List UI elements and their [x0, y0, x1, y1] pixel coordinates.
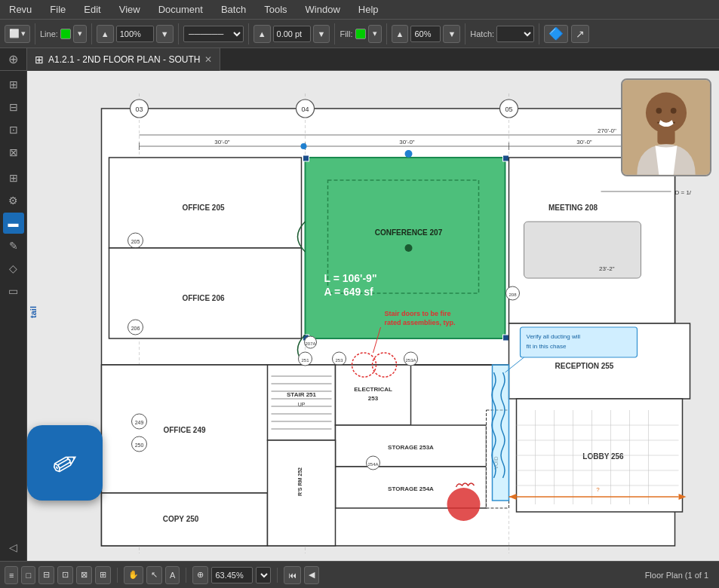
tab-bar: ⊕ ⊞ A1.2.1 - 2ND FLOOR PLAN - SOUTH ✕: [0, 48, 719, 71]
zoom-input[interactable]: [116, 26, 154, 42]
svg-text:?: ?: [596, 486, 600, 493]
svg-text:OFFICE 205: OFFICE 205: [182, 204, 225, 212]
sidebar-ruler-icon[interactable]: ▬: [3, 213, 24, 234]
main-layout: ⊞ ⊟ ⊡ ⊠ ⊞ ⚙ ▬ ✎ ◇ ▭ ◁ 03 04 05: [0, 71, 719, 561]
svg-text:208: 208: [509, 292, 517, 297]
text-tool-btn[interactable]: A: [165, 566, 180, 584]
svg-text:rated assemblies, typ.: rated assemblies, typ.: [385, 319, 456, 326]
hand-tool-btn[interactable]: ✋: [124, 566, 143, 584]
linewidth-input[interactable]: [273, 26, 311, 42]
first-page-btn[interactable]: ⏮: [284, 566, 301, 584]
sidebar-thumbnails-icon[interactable]: ⊟: [3, 96, 24, 118]
line-label: Line:: [40, 29, 58, 38]
svg-text:04: 04: [301, 106, 309, 113]
pencil-icon: ✏: [45, 440, 86, 485]
svg-text:ELECTRICAL: ELECTRICAL: [354, 386, 392, 393]
fill-color-box[interactable]: [355, 29, 366, 39]
sidebar-markuplist-icon[interactable]: ⊠: [3, 142, 24, 163]
sidebar-shapes-icon[interactable]: ◇: [3, 258, 24, 279]
svg-text:30'-0": 30'-0": [214, 139, 230, 145]
svg-text:OFFICE 206: OFFICE 206: [182, 294, 225, 302]
single-page-btn[interactable]: □: [21, 566, 35, 584]
page-info: Floor Plan (1 of 1: [639, 571, 714, 580]
svg-rect-46: [524, 222, 641, 278]
sidebar-pencil-icon[interactable]: ✎: [3, 235, 24, 256]
menu-tools[interactable]: Tools: [261, 2, 290, 17]
line-color-box[interactable]: [60, 29, 71, 39]
floor-plan-svg: 03 04 05 30'-0" 30'-0" 30'-0" 270'-0": [27, 71, 719, 561]
svg-text:R'S RM 252: R'S RM 252: [297, 467, 303, 496]
select-tool-btn[interactable]: ↖: [146, 566, 162, 584]
zoom-level-input[interactable]: [211, 567, 253, 583]
sidebar-bookmarks-icon[interactable]: ⊡: [3, 119, 24, 140]
sidebar-scanner-icon[interactable]: ▭: [3, 280, 24, 302]
svg-text:RECEPTION 255: RECEPTION 255: [555, 362, 614, 370]
svg-point-126: [646, 93, 687, 133]
line-group: Line: ▾: [40, 23, 92, 44]
line-color-btn[interactable]: ▾: [73, 25, 87, 43]
menu-batch[interactable]: Batch: [218, 2, 249, 17]
zoom-down-btn[interactable]: ▼: [156, 25, 174, 43]
hatch-label: Hatch:: [470, 29, 494, 38]
menu-file[interactable]: File: [47, 2, 69, 17]
panel-toggle-btn[interactable]: ≡: [5, 566, 18, 584]
opacity-down-btn[interactable]: ▼: [443, 25, 460, 43]
menu-help[interactable]: Help: [355, 2, 382, 17]
linewidth-group: ▲ ▼: [253, 23, 336, 44]
fill-color-btn[interactable]: ▾: [368, 25, 382, 43]
zoom-select[interactable]: ▾: [256, 567, 271, 583]
canvas-area[interactable]: 03 04 05 30'-0" 30'-0" 30'-0" 270'-0": [27, 71, 719, 561]
svg-text:30'-0": 30'-0": [576, 139, 592, 145]
document-tab[interactable]: ⊞ A1.2.1 - 2ND FLOOR PLAN - SOUTH ✕: [27, 48, 220, 71]
tab-close-btn[interactable]: ✕: [204, 55, 212, 64]
layers-tab-icon: ⊕: [8, 52, 18, 66]
prev-page-btn[interactable]: ◀: [304, 566, 319, 584]
stamp-btn[interactable]: 🔷: [544, 25, 568, 43]
pencil-overlay-button[interactable]: ✏: [27, 425, 103, 501]
svg-text:Stair doors to be fire: Stair doors to be fire: [385, 310, 451, 317]
svg-point-40: [405, 150, 413, 158]
zoom-up-btn[interactable]: ▲: [97, 25, 114, 43]
svg-rect-39: [503, 335, 509, 341]
two-page-btn[interactable]: ⊟: [38, 566, 54, 584]
opacity-up-btn[interactable]: ▲: [392, 25, 409, 43]
tail-label: tail: [27, 305, 39, 320]
svg-text:03: 03: [135, 106, 143, 113]
tab-title: A1.2.1 - 2ND FLOOR PLAN - SOUTH: [48, 54, 200, 65]
sidebar-layers-icon[interactable]: ⊞: [3, 74, 24, 95]
menu-document[interactable]: Document: [155, 2, 206, 17]
opacity-input[interactable]: [410, 26, 441, 42]
zoom-in-btn[interactable]: ⊕: [192, 566, 208, 584]
svg-text:251: 251: [301, 358, 309, 363]
menu-edit[interactable]: Edit: [81, 2, 103, 17]
svg-rect-120: [521, 327, 638, 357]
shape-selector[interactable]: ⬜ ▾: [5, 25, 30, 43]
svg-text:253A: 253A: [405, 358, 416, 363]
profile-photo: [621, 78, 711, 176]
linewidth-up-btn[interactable]: ▲: [253, 25, 271, 43]
scroll-btn[interactable]: ⊡: [57, 566, 73, 584]
sidebar-properties-icon[interactable]: ⊞: [3, 167, 24, 188]
menu-revu[interactable]: Revu: [6, 2, 35, 17]
shape-group: ⬜ ▾: [5, 23, 35, 44]
svg-text:STAIR 251: STAIR 251: [287, 391, 317, 398]
sidebar-settings-icon[interactable]: ⚙: [3, 190, 24, 211]
menu-view[interactable]: View: [116, 2, 143, 17]
svg-text:253: 253: [368, 395, 379, 402]
svg-text:207A: 207A: [305, 341, 315, 346]
sidebar-expand-icon[interactable]: ◁: [3, 537, 24, 558]
hatch-select[interactable]: [496, 26, 534, 42]
expand-btn[interactable]: ↗: [571, 25, 589, 43]
shape-icon: ⬜: [9, 29, 20, 38]
svg-text:COPY 250: COPY 250: [163, 515, 199, 523]
thumbnail-view-btn[interactable]: ⊞: [95, 566, 111, 584]
svg-rect-127: [657, 130, 674, 144]
markup-btn[interactable]: ⊠: [76, 566, 92, 584]
svg-point-128: [656, 108, 662, 114]
opacity-group: ▲ ▼: [392, 23, 466, 44]
linewidth-down-btn[interactable]: ▼: [313, 25, 330, 43]
line-style-select[interactable]: ──────: [183, 26, 244, 42]
svg-rect-36: [303, 155, 309, 161]
menu-window[interactable]: Window: [303, 2, 343, 17]
measurement-area: A = 649 sf: [324, 286, 374, 298]
